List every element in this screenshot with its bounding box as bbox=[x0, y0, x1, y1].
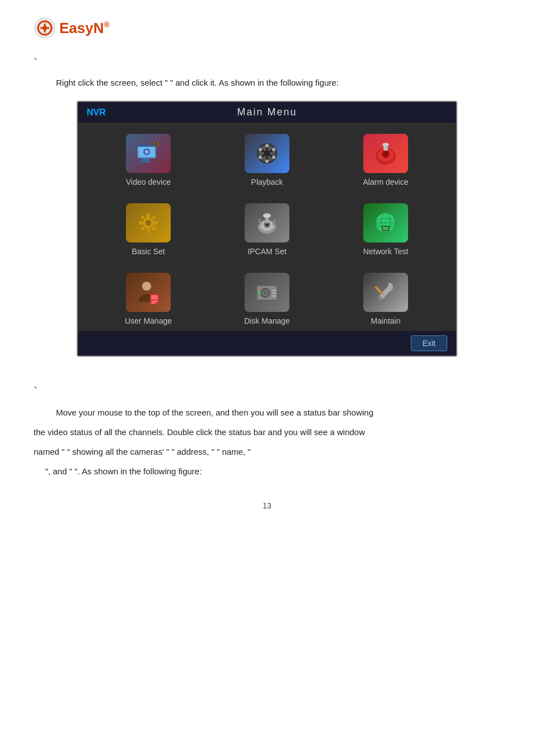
svg-rect-5 bbox=[137, 145, 156, 147]
nvr-footer: Exit bbox=[78, 331, 456, 356]
nvr-item-disk-manage[interactable]: Disk Manage bbox=[244, 273, 290, 325]
svg-point-22 bbox=[259, 156, 262, 159]
svg-rect-77 bbox=[374, 286, 384, 295]
svg-point-21 bbox=[259, 148, 262, 151]
svg-rect-63 bbox=[151, 295, 158, 300]
svg-point-25 bbox=[272, 148, 275, 151]
svg-point-23 bbox=[265, 160, 269, 163]
svg-point-2 bbox=[43, 26, 47, 30]
nvr-screenshot: NVR Main Menu bbox=[77, 101, 457, 357]
svg-point-61 bbox=[142, 282, 151, 291]
disk-manage-label: Disk Manage bbox=[244, 316, 290, 325]
alarm-device-label: Alarm device bbox=[363, 178, 409, 186]
svg-point-71 bbox=[264, 292, 266, 294]
svg-rect-38 bbox=[153, 221, 158, 225]
network-test-label: Network Test bbox=[363, 247, 409, 256]
logo-text: EasyN® bbox=[59, 20, 110, 37]
backtick-marker-2: ` bbox=[34, 385, 500, 399]
basic-set-icon bbox=[126, 203, 171, 242]
nvr-item-basic-set[interactable]: Basic Set bbox=[126, 203, 171, 256]
disk-manage-icon bbox=[245, 273, 289, 312]
svg-rect-65 bbox=[151, 302, 156, 304]
maintain-icon bbox=[363, 273, 408, 312]
exit-button[interactable]: Exit bbox=[411, 335, 447, 351]
svg-rect-36 bbox=[147, 228, 150, 232]
svg-rect-72 bbox=[272, 290, 277, 291]
nvr-item-alarm-device[interactable]: Alarm device bbox=[363, 134, 409, 186]
nvr-grid: Video device bbox=[95, 134, 439, 325]
svg-point-34 bbox=[146, 220, 151, 226]
svg-point-20 bbox=[265, 144, 269, 147]
svg-point-11 bbox=[155, 143, 157, 145]
user-manage-icon bbox=[126, 273, 171, 312]
nvr-item-ipcam-set[interactable]: IPCAM Set bbox=[245, 203, 289, 256]
svg-point-48 bbox=[263, 213, 271, 218]
nvr-title: Main Menu bbox=[237, 106, 297, 118]
network-test-icon bbox=[363, 203, 408, 242]
svg-point-26 bbox=[264, 151, 270, 156]
playback-icon bbox=[245, 134, 289, 173]
svg-rect-7 bbox=[140, 161, 151, 162]
backtick-marker-1: ` bbox=[34, 56, 500, 71]
page-number: 13 bbox=[34, 501, 500, 510]
logo-icon bbox=[34, 17, 56, 39]
svg-rect-64 bbox=[151, 301, 158, 302]
alarm-device-icon bbox=[363, 134, 408, 173]
playback-label: Playback bbox=[251, 178, 283, 186]
svg-rect-74 bbox=[272, 295, 277, 297]
video-device-icon bbox=[126, 134, 171, 173]
ipcam-set-label: IPCAM Set bbox=[247, 247, 286, 256]
page: EasyN® ` Right click the screen, select … bbox=[0, 0, 534, 756]
user-manage-label: User Manage bbox=[125, 316, 172, 325]
svg-rect-73 bbox=[272, 292, 277, 294]
paragraph-1: Right click the screen, select " " and c… bbox=[34, 76, 500, 90]
nvr-header: NVR Main Menu bbox=[78, 102, 456, 123]
nvr-item-maintain[interactable]: Maintain bbox=[363, 273, 408, 325]
svg-point-75 bbox=[259, 292, 261, 294]
paragraph-2-line4: ", and " ". As shown in the following fi… bbox=[34, 464, 500, 479]
paragraph-2-line2: the video status of all the channels. Do… bbox=[34, 424, 500, 440]
svg-point-9 bbox=[145, 150, 148, 153]
svg-point-24 bbox=[272, 156, 275, 159]
svg-rect-37 bbox=[139, 221, 143, 225]
svg-point-32 bbox=[382, 143, 389, 146]
ipcam-set-icon bbox=[245, 203, 289, 242]
svg-rect-35 bbox=[147, 213, 150, 218]
nvr-item-playback[interactable]: Playback bbox=[245, 134, 289, 186]
section-bottom: ` Move your mouse to the top of the scre… bbox=[34, 385, 500, 479]
logo-area: EasyN® bbox=[34, 17, 500, 39]
nvr-body: Video device bbox=[78, 123, 456, 331]
maintain-label: Maintain bbox=[371, 316, 401, 325]
paragraph-2-line1: Move your mouse to the top of the screen… bbox=[34, 405, 500, 420]
nvr-item-network-test[interactable]: Network Test bbox=[363, 203, 409, 256]
nvr-item-video-device[interactable]: Video device bbox=[126, 134, 171, 186]
basic-set-label: Basic Set bbox=[132, 247, 165, 256]
svg-point-30 bbox=[383, 152, 388, 156]
video-device-label: Video device bbox=[126, 178, 171, 186]
svg-rect-6 bbox=[142, 158, 149, 161]
nvr-item-user-manage[interactable]: User Manage bbox=[125, 273, 172, 325]
paragraph-2-line3: named " " showing all the cameras' " " a… bbox=[34, 444, 500, 459]
nvr-label: NVR bbox=[87, 108, 106, 118]
